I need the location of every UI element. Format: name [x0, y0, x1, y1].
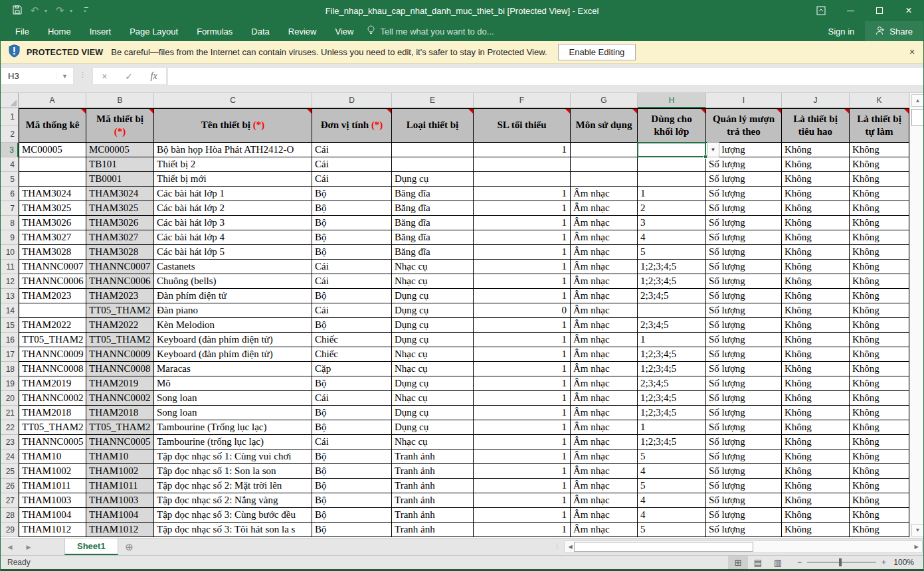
column-header-C[interactable]: C — [154, 93, 312, 108]
cell-B11[interactable]: THANNC0007 — [86, 260, 154, 274]
add-sheet-icon[interactable]: ⊕ — [118, 538, 141, 555]
cell-K24[interactable]: Không — [850, 449, 909, 464]
table-header-J[interactable]: Là thiết bịtiêu hao — [782, 108, 850, 143]
cell-K3[interactable]: Không — [850, 143, 909, 157]
cell-G21[interactable]: Âm nhạc — [571, 406, 638, 420]
formula-input[interactable] — [168, 67, 923, 85]
cell-D6[interactable]: Bộ — [312, 187, 392, 201]
cell-B7[interactable]: THAM3025 — [86, 201, 154, 216]
cell-C8[interactable]: Các bài hát lớp 3 — [154, 216, 312, 230]
cell-A16[interactable]: TT05_THAM2 — [19, 333, 86, 347]
row-header-16[interactable]: 16 — [1, 333, 19, 347]
table-header-G[interactable]: Môn sử dụng — [571, 108, 638, 143]
row-header-21[interactable]: 21 — [1, 406, 19, 420]
cell-D15[interactable]: Bộ — [312, 318, 392, 333]
row-header-11[interactable]: 11 — [1, 260, 19, 274]
cell-I13[interactable]: Số lượng — [706, 289, 782, 303]
cell-A18[interactable]: THANNC0008 — [19, 362, 86, 376]
scroll-down-icon[interactable]: ▼ — [911, 524, 924, 536]
formula-bar-handle[interactable]: ⋮ — [79, 70, 87, 79]
cell-J18[interactable]: Không — [782, 362, 850, 376]
cell-K4[interactable]: Không — [850, 157, 909, 172]
cell-A10[interactable]: THAM3028 — [19, 245, 86, 260]
row-header-23[interactable]: 23 — [1, 435, 19, 449]
cell-H28[interactable]: 4 — [638, 508, 706, 523]
cell-B24[interactable]: THAM10 — [86, 449, 154, 464]
table-header-C[interactable]: Tên thiết bị (*) — [154, 108, 312, 143]
cell-E25[interactable]: Tranh ảnh — [392, 464, 474, 479]
cell-C11[interactable]: Castanets — [154, 260, 312, 274]
cell-G9[interactable]: Âm nhạc — [571, 230, 638, 245]
cell-K28[interactable]: Không — [850, 508, 909, 523]
cell-K22[interactable]: Không — [850, 420, 909, 435]
row-header-4[interactable]: 4 — [1, 157, 19, 172]
cell-J7[interactable]: Không — [782, 201, 850, 216]
page-break-view-icon[interactable]: ▥ — [768, 556, 788, 569]
cell-E14[interactable]: Dụng cụ — [392, 303, 474, 318]
zoom-in-icon[interactable]: + — [881, 558, 886, 567]
cell-I22[interactable]: Số lượng — [706, 420, 782, 435]
cell-G10[interactable]: Âm nhạc — [571, 245, 638, 260]
cell-E22[interactable]: Dụng cụ — [392, 420, 474, 435]
column-header-D[interactable]: D — [312, 93, 392, 108]
cell-F15[interactable]: 1 — [474, 318, 571, 333]
cell-K27[interactable]: Không — [850, 493, 909, 508]
cell-F23[interactable]: 1 — [474, 435, 571, 449]
cell-B4[interactable]: TB101 — [86, 157, 154, 172]
scroll-right-icon[interactable]: ▶ — [911, 542, 921, 551]
cell-G22[interactable]: Âm nhạc — [571, 420, 638, 435]
cell-I7[interactable]: Số lượng — [706, 201, 782, 216]
cell-G15[interactable]: Âm nhạc — [571, 318, 638, 333]
cell-G20[interactable]: Âm nhạc — [571, 391, 638, 406]
cell-K10[interactable]: Không — [850, 245, 909, 260]
cell-D3[interactable]: Cái — [312, 143, 392, 157]
cell-D16[interactable]: Chiếc — [312, 333, 392, 347]
cell-F7[interactable]: 1 — [474, 201, 571, 216]
cell-B9[interactable]: THAM3027 — [86, 230, 154, 245]
cell-B18[interactable]: THANNC0008 — [86, 362, 154, 376]
cell-C23[interactable]: Tambourine (trống lục lạc) — [154, 435, 312, 449]
cell-H21[interactable]: 1;2;3;4;5 — [638, 406, 706, 420]
table-header-K[interactable]: Là thiết bịtự làm — [850, 108, 909, 143]
tell-me-box[interactable]: Tell me what you want to do... — [367, 25, 494, 37]
cell-J25[interactable]: Không — [782, 464, 850, 479]
cell-E3[interactable] — [392, 143, 474, 157]
cell-B25[interactable]: THAM1002 — [86, 464, 154, 479]
cell-K25[interactable]: Không — [850, 464, 909, 479]
cell-G6[interactable]: Âm nhạc — [571, 187, 638, 201]
row-header-7[interactable]: 7 — [1, 201, 19, 216]
cell-C15[interactable]: Kèn Melodion — [154, 318, 312, 333]
cell-H24[interactable]: 5 — [638, 449, 706, 464]
cell-C25[interactable]: Tập đọc nhạc số 1: Son la son — [154, 464, 312, 479]
cell-B19[interactable]: THAM2019 — [86, 376, 154, 391]
zoom-slider-thumb[interactable] — [839, 558, 842, 566]
cell-D8[interactable]: Bộ — [312, 216, 392, 230]
cell-A8[interactable]: THAM3026 — [19, 216, 86, 230]
cell-I12[interactable]: Số lượng — [706, 274, 782, 289]
table-header-A[interactable]: Mã thống kê — [19, 108, 86, 143]
cell-J24[interactable]: Không — [782, 449, 850, 464]
cancel-icon[interactable]: × — [102, 71, 107, 82]
cell-D21[interactable]: Bộ — [312, 406, 392, 420]
message-bar-close-icon[interactable]: × — [906, 46, 918, 57]
cell-C21[interactable]: Song loan — [154, 406, 312, 420]
cell-E24[interactable]: Tranh ảnh — [392, 449, 474, 464]
column-header-A[interactable]: A — [19, 93, 86, 108]
row-header-1[interactable]: 1 — [1, 108, 19, 125]
enable-editing-button[interactable]: Enable Editing — [558, 44, 636, 60]
cell-C6[interactable]: Các bài hát lớp 1 — [154, 187, 312, 201]
cell-G27[interactable]: Âm nhạc — [571, 493, 638, 508]
ribbon-tab-formulas[interactable]: Formulas — [187, 21, 242, 41]
column-header-B[interactable]: B — [86, 93, 154, 108]
cell-C3[interactable]: Bộ bàn họp Hòa Phát ATH2412-O — [154, 143, 312, 157]
maximize-button[interactable] — [865, 0, 894, 21]
name-box-dropdown-icon[interactable]: ▼ — [56, 73, 73, 80]
cell-J4[interactable]: Không — [782, 157, 850, 172]
cell-B13[interactable]: THAM2023 — [86, 289, 154, 303]
column-header-K[interactable]: K — [850, 93, 909, 108]
cell-F27[interactable]: 1 — [474, 493, 571, 508]
share-button[interactable]: Share — [865, 21, 923, 41]
cell-G7[interactable]: Âm nhạc — [571, 201, 638, 216]
table-header-E[interactable]: Loại thiết bị — [392, 108, 474, 143]
ribbon-tab-page-layout[interactable]: Page Layout — [120, 21, 187, 41]
